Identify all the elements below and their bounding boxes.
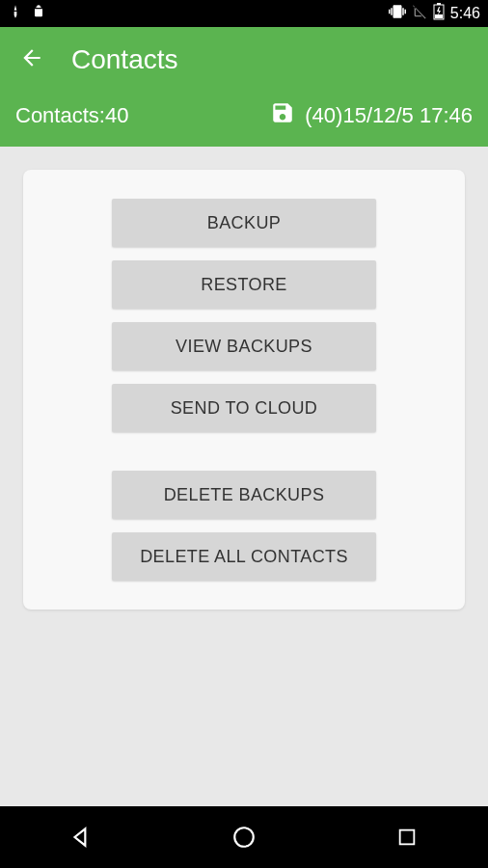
status-bar: 5:46 [0,0,488,27]
nav-recent-button[interactable] [392,822,422,853]
no-sim-icon [412,4,427,23]
svg-point-1 [40,6,41,7]
svg-point-0 [36,6,37,7]
delete-all-contacts-button[interactable]: DELETE ALL CONTACTS [112,532,376,581]
back-arrow-icon[interactable] [19,45,44,74]
view-backups-button[interactable]: VIEW BACKUPS [112,322,376,370]
save-icon [270,100,295,131]
page-title: Contacts [71,44,178,75]
send-to-cloud-button[interactable]: SEND TO CLOUD [112,384,376,432]
nav-back-button[interactable] [66,822,96,853]
backup-button[interactable]: BACKUP [112,199,376,247]
action-card: BACKUP RESTORE VIEW BACKUPS SEND TO CLOU… [23,170,465,610]
svg-rect-4 [435,14,443,18]
restore-button[interactable]: RESTORE [112,260,376,309]
content-area: BACKUP RESTORE VIEW BACKUPS SEND TO CLOU… [0,147,488,633]
delete-backups-button[interactable]: DELETE BACKUPS [112,471,376,519]
backup-timestamp: (40)15/12/5 17:46 [305,103,473,128]
contacts-count: Contacts:40 [15,103,128,128]
status-time: 5:46 [450,5,480,22]
nav-home-button[interactable] [229,822,259,853]
app-bar: Contacts [0,27,488,89]
battery-icon [433,3,445,24]
svg-rect-6 [399,830,414,845]
info-bar: Contacts:40 (40)15/12/5 17:46 [0,89,488,147]
rocket-icon [8,4,23,23]
svg-rect-3 [437,3,441,5]
vibrate-icon [389,3,406,24]
navigation-bar [0,806,488,868]
android-icon [31,4,46,23]
svg-point-5 [234,827,254,847]
